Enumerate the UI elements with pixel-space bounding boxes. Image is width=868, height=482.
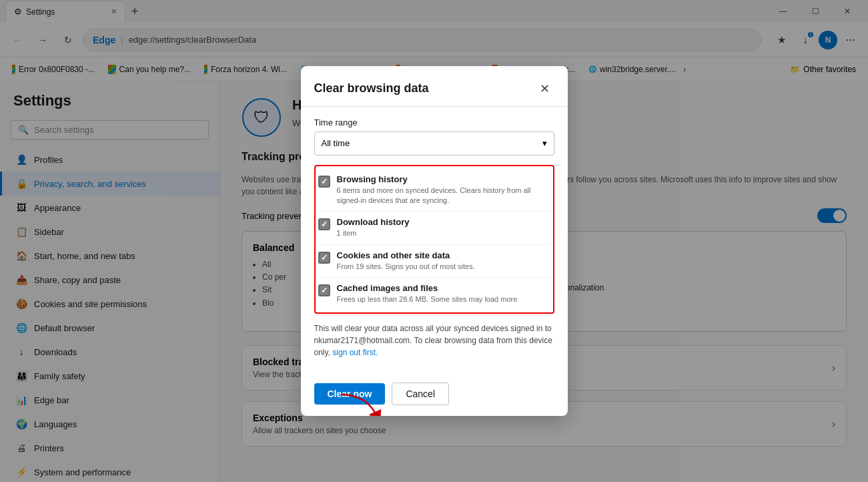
- modal-title: Clear browsing data: [314, 81, 429, 95]
- download-history-label: Download history 1 item: [337, 217, 410, 238]
- cookies-desc: From 19 sites. Signs you out of most sit…: [337, 262, 475, 272]
- download-history-desc: 1 item: [337, 228, 410, 238]
- time-range-chevron-icon: ▾: [542, 138, 547, 148]
- cancel-button[interactable]: Cancel: [392, 383, 449, 405]
- check-icon-3: ✓: [321, 286, 328, 295]
- cached-checkbox[interactable]: ✓: [318, 284, 330, 296]
- cached-label: Cached images and files Frees up less th…: [337, 283, 518, 304]
- browsing-history-checkbox[interactable]: ✓: [318, 176, 330, 188]
- cached-title: Cached images and files: [337, 283, 518, 293]
- modal-footer: Clear now Cancel: [301, 375, 568, 416]
- checkbox-highlight-box: ✓ Browsing history 6 items and more on s…: [314, 165, 554, 314]
- check-icon-0: ✓: [321, 177, 328, 186]
- check-icon-2: ✓: [321, 253, 328, 262]
- cookies-label: Cookies and other site data From 19 site…: [337, 250, 475, 272]
- checkbox-row-2: ✓ Cookies and other site data From 19 si…: [318, 245, 550, 278]
- sign-out-link[interactable]: sign out first.: [332, 348, 378, 357]
- cached-desc: Frees up less than 28.6 MB. Some sites m…: [337, 294, 518, 304]
- modal-info: This will clear your data across all you…: [314, 315, 554, 364]
- modal-header: Clear browsing data ✕: [301, 66, 568, 107]
- modal-body: Time range All time ▾ ✓ Browsing history…: [301, 107, 568, 375]
- browsing-history-desc: 6 items and more on synced devices. Clea…: [337, 186, 550, 206]
- modal-overlay: Clear browsing data ✕ Time range All tim…: [0, 0, 868, 482]
- arrow-annotation: [334, 391, 388, 416]
- browsing-history-label: Browsing history 6 items and more on syn…: [337, 174, 550, 206]
- browsing-history-title: Browsing history: [337, 174, 550, 184]
- clear-browsing-data-modal: Clear browsing data ✕ Time range All tim…: [301, 66, 568, 417]
- checkbox-row-1: ✓ Download history 1 item: [318, 212, 550, 244]
- check-icon-1: ✓: [321, 220, 328, 229]
- checkbox-row-3: ✓ Cached images and files Frees up less …: [318, 278, 550, 310]
- checkbox-row-0: ✓ Browsing history 6 items and more on s…: [318, 169, 550, 212]
- download-history-title: Download history: [337, 217, 410, 227]
- time-range-value: All time: [322, 138, 350, 148]
- cookies-checkbox[interactable]: ✓: [318, 252, 330, 264]
- modal-close-button[interactable]: ✕: [536, 79, 554, 98]
- time-range-label: Time range: [314, 117, 554, 128]
- download-history-checkbox[interactable]: ✓: [318, 218, 330, 230]
- time-range-select[interactable]: All time ▾: [314, 132, 554, 156]
- cookies-title: Cookies and other site data: [337, 250, 475, 260]
